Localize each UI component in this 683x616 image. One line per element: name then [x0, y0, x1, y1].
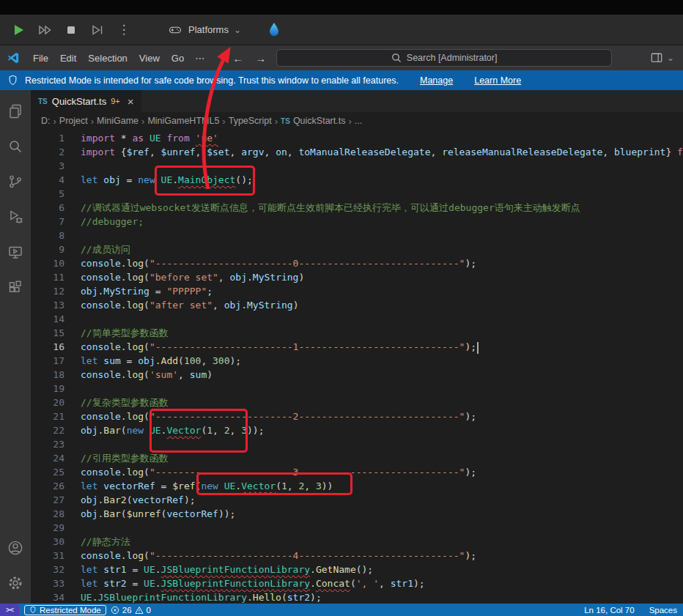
code-line[interactable]: 34UE.JSBlueprintFunctionLibrary.Hello(st… [31, 590, 683, 604]
forward-button[interactable]: → [255, 52, 266, 64]
menu-view[interactable]: View [133, 50, 166, 67]
line-number[interactable]: 18 [31, 368, 64, 382]
breadcrumb-item[interactable]: ... [355, 116, 362, 126]
menu-file[interactable]: File [27, 50, 54, 67]
engine-button[interactable] [263, 19, 285, 41]
line-number[interactable]: 2 [31, 145, 64, 159]
code-line[interactable]: 2import {$ref, $unref, $set, argv, on, t… [31, 145, 683, 159]
line-number[interactable]: 9 [31, 242, 64, 256]
line-number[interactable]: 16 [31, 340, 64, 354]
breadcrumb-item[interactable]: TSQuickStart.ts [281, 116, 345, 126]
code-line[interactable]: 27obj.Bar2(vectorRef); [31, 493, 683, 507]
code-line[interactable]: 30//静态方法 [31, 535, 683, 549]
remote-explorer-button[interactable] [0, 234, 31, 270]
code-line[interactable]: 14 [31, 312, 683, 326]
code-line[interactable]: 17let sum = obj.Add(100, 300); [31, 354, 683, 368]
line-number[interactable]: 19 [31, 382, 64, 396]
source-control-button[interactable] [0, 164, 31, 199]
breadcrumb-item[interactable]: MiniGame [97, 116, 139, 126]
line-number[interactable]: 13 [31, 298, 64, 312]
line-number[interactable]: 28 [31, 507, 64, 521]
line-number[interactable]: 24 [31, 451, 64, 465]
code-line[interactable]: 19 [31, 382, 683, 396]
code-line[interactable]: 32let str1 = UE.JSBlueprintFunctionLibra… [31, 563, 683, 576]
line-number[interactable]: 27 [31, 493, 64, 507]
line-number[interactable]: 25 [31, 465, 64, 479]
code-line[interactable]: 29 [31, 521, 683, 535]
code-line[interactable]: 15//简单类型参数函数 [31, 326, 683, 340]
line-number[interactable]: 26 [31, 479, 64, 493]
breadcrumb-item[interactable]: Project [59, 116, 88, 126]
line-number[interactable]: 34 [31, 590, 64, 604]
platforms-dropdown[interactable]: Platforms ⌄ [163, 21, 245, 40]
manage-link[interactable]: Manage [420, 75, 453, 86]
line-number[interactable]: 8 [31, 229, 64, 242]
layout-chevron-down-icon[interactable]: ⌄ [667, 53, 674, 63]
cursor-position[interactable]: Ln 16, Col 70 [580, 606, 638, 615]
toolbar-kebab-button[interactable]: ⋮ [114, 21, 133, 40]
line-number[interactable]: 10 [31, 256, 64, 270]
code-line[interactable]: 10console.log("------------------------0… [31, 256, 683, 270]
code-line[interactable]: 18console.log('sum', sum) [31, 368, 683, 382]
code-line[interactable]: 4let obj = new UE.MainObject(); [31, 173, 683, 187]
code-line[interactable]: 22obj.Bar(new UE.Vector(1, 2, 3)); [31, 423, 683, 437]
code-line[interactable]: 31console.log("------------------------4… [31, 549, 683, 563]
line-number[interactable]: 20 [31, 396, 64, 409]
code-line[interactable]: 23 [31, 437, 683, 451]
line-number[interactable]: 1 [31, 131, 64, 145]
remote-indicator[interactable]: >< [0, 604, 19, 616]
code-line[interactable]: 12obj.MyString = "PPPPP"; [31, 284, 683, 298]
run-debug-button[interactable] [0, 199, 31, 234]
code-line[interactable]: 25console.log("------------------------3… [31, 465, 683, 479]
menu-more-button[interactable]: ⋯ [190, 50, 210, 67]
code-line[interactable]: 3 [31, 159, 683, 173]
vscode-logo[interactable] [7, 51, 20, 64]
line-number[interactable]: 4 [31, 173, 64, 187]
line-number[interactable]: 17 [31, 354, 64, 368]
menu-selection[interactable]: Selection [82, 50, 133, 67]
menu-go[interactable]: Go [166, 50, 190, 67]
accounts-button[interactable] [0, 530, 31, 565]
code-line[interactable]: 9//成员访问 [31, 242, 683, 256]
code-line[interactable]: 16console.log("------------------------1… [31, 340, 683, 354]
back-button[interactable]: ← [232, 52, 243, 64]
line-number[interactable]: 32 [31, 563, 64, 576]
line-number[interactable]: 30 [31, 535, 64, 549]
step-button[interactable] [35, 21, 54, 40]
line-number[interactable]: 5 [31, 187, 64, 201]
search-button[interactable] [0, 129, 31, 164]
line-number[interactable]: 29 [31, 521, 64, 535]
line-number[interactable]: 12 [31, 284, 64, 298]
breadcrumb-item[interactable]: D: [41, 116, 51, 126]
code-line[interactable]: 26let vectorRef = $ref(new UE.Vector(1, … [31, 479, 683, 493]
line-number[interactable]: 15 [31, 326, 64, 340]
command-center-search[interactable]: Search [Administrator] [276, 49, 612, 67]
code-line[interactable]: 8 [31, 229, 683, 242]
play-button[interactable] [9, 21, 28, 40]
line-number[interactable]: 31 [31, 549, 64, 563]
tab-quickstart[interactable]: TS QuickStart.ts 9+ × [31, 90, 142, 112]
line-number[interactable]: 11 [31, 270, 64, 284]
code-line[interactable]: 7//debugger; [31, 215, 683, 229]
code-line[interactable]: 5 [31, 187, 683, 201]
code-line[interactable]: 33let str2 = UE.JSBlueprintFunctionLibra… [31, 576, 683, 590]
problems-status[interactable]: 26 0 [106, 604, 155, 616]
breadcrumb-item[interactable]: MiniGameHTML5 [147, 116, 219, 126]
code-line[interactable]: 24//引用类型参数函数 [31, 451, 683, 465]
learn-more-link[interactable]: Learn More [474, 75, 521, 86]
code-line[interactable]: 11console.log("before set", obj.MyString… [31, 270, 683, 284]
line-number[interactable]: 23 [31, 437, 64, 451]
code-line[interactable]: 21console.log("------------------------2… [31, 409, 683, 423]
code-line[interactable]: 13console.log("after set", obj.MyString) [31, 298, 683, 312]
code-editor[interactable]: 1import * as UE from 'ue'2import {$ref, … [31, 130, 683, 604]
menu-edit[interactable]: Edit [54, 50, 82, 67]
close-icon[interactable]: × [128, 95, 134, 108]
indentation-status[interactable]: Spaces [645, 606, 682, 615]
line-number[interactable]: 7 [31, 215, 64, 229]
code-line[interactable]: 6//调试器通过websocket发送断点信息，可能断点生效前脚本已经执行完毕，… [31, 201, 683, 215]
extensions-button[interactable] [0, 270, 31, 305]
settings-button[interactable] [0, 565, 31, 601]
layout-icon[interactable] [650, 51, 663, 64]
line-number[interactable]: 14 [31, 312, 64, 326]
line-number[interactable]: 3 [31, 159, 64, 173]
